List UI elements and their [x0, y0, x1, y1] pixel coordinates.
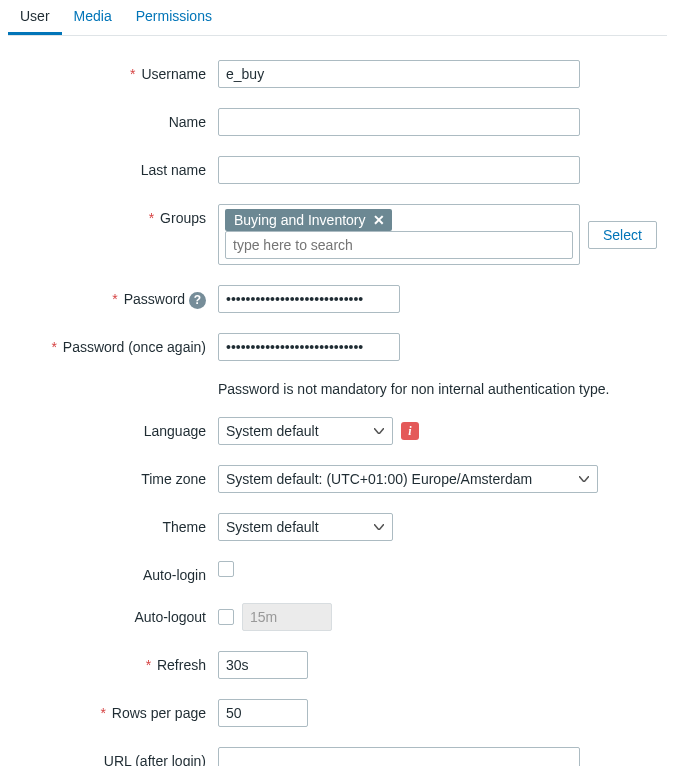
rows-input[interactable]: [218, 699, 308, 727]
autologout-value: 15m: [242, 603, 332, 631]
password-input[interactable]: [218, 285, 400, 313]
label-language: Language: [8, 417, 218, 439]
label-username: * Username: [8, 60, 218, 82]
tabs: User Media Permissions: [8, 0, 667, 36]
label-rows: * Rows per page: [8, 699, 218, 721]
label-refresh: * Refresh: [8, 651, 218, 673]
url-input[interactable]: [218, 747, 580, 766]
label-autologin: Auto-login: [8, 561, 218, 583]
language-select[interactable]: System default: [218, 417, 393, 445]
refresh-input[interactable]: [218, 651, 308, 679]
username-input[interactable]: [218, 60, 580, 88]
remove-group-icon[interactable]: ✕: [373, 212, 385, 228]
group-chip: Buying and Inventory ✕: [225, 209, 392, 231]
group-chip-label: Buying and Inventory: [234, 212, 366, 228]
autologout-checkbox[interactable]: [218, 609, 234, 625]
label-url: URL (after login): [8, 747, 218, 766]
groups-search-input[interactable]: [225, 231, 573, 259]
label-password2: * Password (once again): [8, 333, 218, 355]
autologin-checkbox[interactable]: [218, 561, 234, 577]
tab-user[interactable]: User: [8, 0, 62, 35]
password2-input[interactable]: [218, 333, 400, 361]
info-icon[interactable]: i: [401, 422, 419, 440]
user-form: * Username Name Last name * Groups Buyin…: [8, 60, 667, 766]
groups-multiselect[interactable]: Buying and Inventory ✕: [218, 204, 580, 265]
tab-permissions[interactable]: Permissions: [124, 0, 224, 35]
label-name: Name: [8, 108, 218, 130]
label-lastname: Last name: [8, 156, 218, 178]
timezone-select[interactable]: System default: (UTC+01:00) Europe/Amste…: [218, 465, 598, 493]
label-groups: * Groups: [8, 204, 218, 226]
name-input[interactable]: [218, 108, 580, 136]
label-theme: Theme: [8, 513, 218, 535]
lastname-input[interactable]: [218, 156, 580, 184]
tab-media[interactable]: Media: [62, 0, 124, 35]
label-password: * Password ?: [8, 285, 218, 309]
label-autologout: Auto-logout: [8, 603, 218, 625]
select-groups-button[interactable]: Select: [588, 221, 657, 249]
label-timezone: Time zone: [8, 465, 218, 487]
help-icon[interactable]: ?: [189, 292, 206, 309]
password-hint: Password is not mandatory for non intern…: [218, 381, 609, 397]
theme-select[interactable]: System default: [218, 513, 393, 541]
